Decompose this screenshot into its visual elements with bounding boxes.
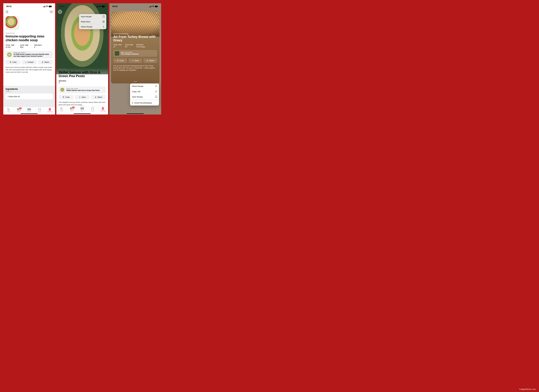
meta-row: TOTAL TIME1h 5m COOK TIME55m SERVINGS4 (5, 44, 53, 48)
ingredients-yield: Yields 4 (5, 91, 53, 92)
status-bar: 09:41 (109, 3, 161, 9)
svg-rect-36 (72, 109, 73, 109)
tab-following[interactable]: Following (98, 106, 108, 114)
back-button[interactable] (58, 10, 62, 14)
button-row: Cook Save Share (59, 95, 106, 100)
save-button[interactable]: Save (75, 95, 90, 100)
bookmark-icon (103, 15, 105, 18)
chevron-right-icon: › (51, 53, 52, 56)
tab-news-plus[interactable]: 13News+ (67, 106, 77, 114)
tab-bar: Today 13News+ Sports Audio Following (56, 106, 108, 114)
save-button[interactable]: Save (128, 58, 142, 63)
recipe-card[interactable]: Good Housekeeping Air Fryer Turkey Breas… (111, 11, 159, 83)
status-bar: 09:41 (56, 3, 108, 9)
today-icon (60, 107, 63, 110)
meta-servings: SERVINGS4 (34, 44, 44, 48)
audio-icon (38, 108, 41, 111)
tab-audio[interactable]: Audio (87, 106, 98, 114)
status-time: 09:41 (6, 5, 12, 8)
share-icon (155, 85, 157, 87)
sheet-share-recipe[interactable]: Share Recipe (130, 83, 159, 89)
sheet-save-recipe[interactable]: Save Recipe (130, 94, 159, 100)
svg-rect-46 (149, 7, 149, 7)
tab-today[interactable]: Today (3, 107, 14, 115)
more-popover: Save Recipe Read Story Share Recipe (79, 14, 106, 29)
more-icon (50, 12, 52, 12)
svg-rect-3 (45, 6, 45, 7)
card-more-icon[interactable] (156, 12, 158, 13)
cook-button[interactable]: Cook (113, 58, 127, 63)
story-thumb (115, 51, 119, 56)
share-icon (42, 61, 43, 63)
popover-read-story[interactable]: Read Story (79, 19, 106, 24)
ingredient-item[interactable]: 2 tbsp olive oil (5, 94, 53, 99)
phone-1: 09:41 Good Food Immune-supporting miso c… (3, 3, 55, 115)
read-story-card[interactable]: READ THE STORY Your Holiday Cookbook › (113, 50, 157, 57)
home-indicator[interactable] (21, 113, 38, 114)
sheet-source-link[interactable]: Good Housekeeping (130, 100, 159, 105)
home-indicator[interactable] (127, 113, 144, 114)
svg-rect-50 (155, 6, 158, 7)
svg-rect-2 (44, 6, 45, 7)
recipe-description: Boost your immune system with this chick… (5, 66, 53, 73)
svg-rect-5 (52, 6, 52, 7)
plus-icon (79, 96, 81, 98)
tab-following[interactable]: Following (45, 107, 55, 115)
svg-rect-4 (49, 6, 52, 7)
share-button[interactable]: Share (143, 58, 157, 63)
tab-today[interactable]: Today (56, 106, 67, 114)
svg-rect-21 (96, 7, 96, 7)
share-icon (95, 96, 96, 98)
recipe-title: Immune-supporting miso chicken noodle so… (5, 34, 53, 42)
unsave-button[interactable]: Unsave (22, 60, 37, 64)
back-button[interactable] (5, 10, 9, 14)
following-icon (48, 108, 52, 111)
phone-2: 09:41 Save Recipe Read Story Share Recip… (56, 3, 108, 115)
wifi-icon (99, 6, 101, 7)
chevron-left-icon (6, 11, 8, 13)
meta-total-time: TOTAL TIME2h (113, 44, 122, 48)
more-button[interactable] (49, 10, 53, 14)
svg-rect-51 (158, 6, 158, 7)
share-button[interactable]: Share (91, 95, 106, 100)
article-icon (103, 21, 105, 23)
meta-total-time: TOTAL TIME1h 5m (5, 44, 17, 48)
recipe-title: Air Fryer Turkey Breast with Gravy (113, 35, 157, 42)
popover-share-recipe[interactable]: Share Recipe (79, 24, 106, 29)
read-story-card[interactable]: READ THE STORY Skillet Salmon with Orzo … (59, 86, 106, 93)
bookmark-icon (155, 96, 157, 98)
cook-button[interactable]: Cook (5, 60, 20, 64)
read-story-card[interactable]: READ THE STORY An NHS doctor explains ho… (5, 51, 53, 58)
battery-icon (155, 6, 158, 7)
button-row: Cook Save Share (113, 58, 157, 63)
chevron-left-icon (59, 11, 61, 13)
recipe-description: Free up oven space this Thanksgiving wit… (113, 65, 157, 71)
cook-button[interactable]: Cook (59, 95, 73, 100)
svg-rect-47 (150, 6, 150, 7)
svg-rect-22 (97, 6, 97, 7)
recipe-source: EatingWell (59, 68, 106, 70)
wifi-icon (152, 6, 154, 7)
story-thumb (7, 52, 12, 57)
story-text: READ THE STORY Skillet Salmon with Orzo … (67, 88, 102, 91)
utensils-icon (63, 96, 64, 98)
sports-icon (81, 107, 84, 110)
chevron-right-icon: › (104, 89, 105, 91)
sheet-copy-link[interactable]: Copy Link (130, 89, 159, 94)
phone-3: 09:41 Good Housekeeping Air Fryer Turkey… (109, 3, 161, 115)
story-text: READ THE STORY An NHS doctor explains ho… (14, 52, 49, 57)
tab-sports[interactable]: Sports (77, 106, 87, 114)
expand-caret[interactable] (133, 80, 137, 83)
check-icon (25, 61, 27, 63)
popover-save-recipe[interactable]: Save Recipe (79, 14, 106, 19)
share-button[interactable]: Share (38, 60, 53, 64)
svg-rect-0 (43, 7, 43, 7)
story-thumb (60, 87, 65, 92)
svg-rect-1 (44, 6, 44, 7)
svg-point-44 (103, 108, 103, 108)
svg-rect-16 (40, 110, 41, 110)
home-indicator[interactable] (74, 113, 91, 114)
plus-icon (132, 60, 134, 62)
status-time: 09:41 (112, 5, 118, 8)
utensils-icon (117, 60, 119, 62)
